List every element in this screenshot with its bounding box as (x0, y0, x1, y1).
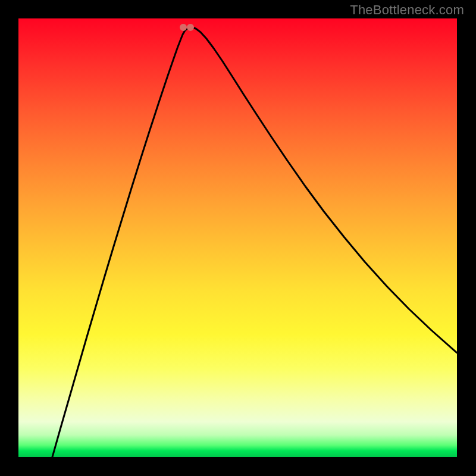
watermark-text: TheBottleneck.com (350, 2, 464, 18)
min-point-marker-b (187, 24, 194, 31)
curve-svg (18, 18, 457, 457)
bottleneck-curve (52, 27, 457, 457)
min-point-marker-a (180, 24, 187, 31)
plot-area (18, 18, 457, 457)
chart-stage: TheBottleneck.com (0, 0, 476, 476)
